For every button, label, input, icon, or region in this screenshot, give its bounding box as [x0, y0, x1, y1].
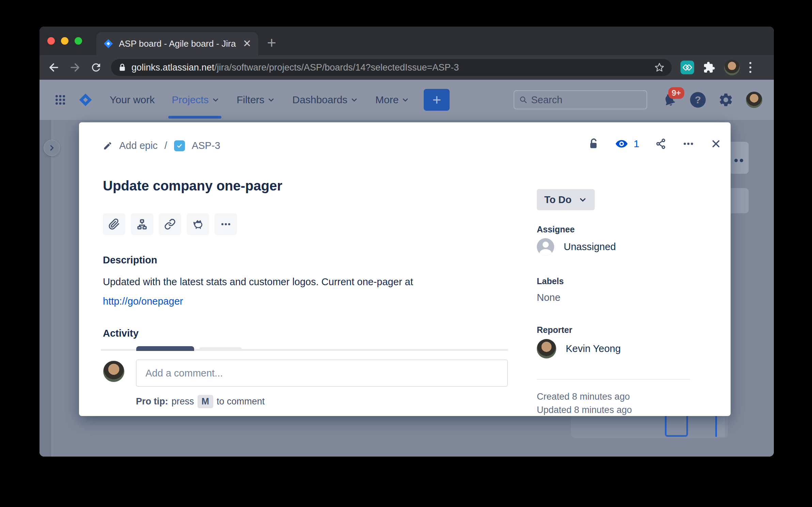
- link-icon: [164, 218, 176, 230]
- nav-dashboards[interactable]: Dashboards: [292, 94, 358, 106]
- issue-quick-actions: [103, 213, 237, 235]
- more-actions-icon[interactable]: [682, 138, 694, 150]
- browser-tab[interactable]: ASP board - Agile board - Jira ✕: [96, 32, 258, 55]
- window-zoom-button[interactable]: [75, 37, 82, 45]
- issue-key[interactable]: ASP-3: [192, 140, 220, 151]
- extensions-puzzle-icon[interactable]: [703, 61, 715, 74]
- sidebar-divider: [51, 120, 52, 457]
- projects-active-underline: [168, 116, 221, 119]
- jira-profile-avatar[interactable]: [746, 92, 762, 108]
- nav-filters[interactable]: Filters: [237, 94, 276, 106]
- jira-favicon-icon: [103, 39, 113, 49]
- labels-value[interactable]: None: [537, 292, 560, 303]
- piggy-bank-app-button[interactable]: [187, 213, 209, 235]
- breadcrumb: Add epic / ASP-3: [103, 140, 220, 151]
- chevron-down-icon: [578, 195, 587, 204]
- golinks-extension-icon[interactable]: [681, 61, 694, 74]
- activity-tab[interactable]: [199, 347, 242, 351]
- window-minimize-button[interactable]: [61, 37, 68, 45]
- paperclip-icon: [108, 218, 120, 230]
- chevron-down-icon: [212, 96, 220, 104]
- piggy-bank-icon: [192, 218, 204, 230]
- attach-button[interactable]: [103, 213, 125, 235]
- unassigned-avatar-icon: [537, 238, 554, 256]
- help-button[interactable]: ?: [690, 92, 706, 108]
- more-quick-actions-button[interactable]: [215, 213, 237, 235]
- subtasks-icon: [136, 218, 148, 230]
- window-close-button[interactable]: [47, 37, 55, 45]
- url-path: /jira/software/projects/ASP/boards/14?se…: [214, 62, 459, 73]
- notification-badge: 9+: [668, 87, 684, 99]
- task-type-icon[interactable]: [174, 140, 185, 151]
- watchers-count: 1: [634, 138, 639, 150]
- chevron-down-icon: [401, 96, 409, 104]
- watchers-eye-icon: [615, 137, 628, 150]
- nav-projects[interactable]: Projects: [172, 94, 219, 106]
- unlock-icon[interactable]: [588, 138, 599, 150]
- add-epic-link[interactable]: Add epic: [119, 140, 158, 151]
- reporter-value[interactable]: Kevin Yeong: [537, 339, 621, 358]
- watchers-button[interactable]: 1: [615, 137, 639, 150]
- status-dropdown[interactable]: To Do: [537, 189, 595, 210]
- labels-label: Labels: [537, 276, 564, 286]
- search-icon: [519, 95, 528, 105]
- create-issue-button[interactable]: +: [424, 89, 450, 111]
- jira-page: Your work Projects Filters Dashboards Mo…: [40, 80, 774, 457]
- activity-heading: Activity: [103, 328, 139, 339]
- issue-modal: Add epic / ASP-3 1: [79, 122, 731, 416]
- nav-more[interactable]: More: [375, 94, 409, 106]
- nav-your-work[interactable]: Your work: [110, 94, 155, 106]
- add-subtask-button[interactable]: [131, 213, 153, 235]
- assignee-label: Assignee: [537, 225, 575, 234]
- tab-close-icon[interactable]: ✕: [243, 39, 251, 49]
- tab-strip: ASP board - Agile board - Jira ✕ +: [40, 27, 774, 55]
- new-tab-button[interactable]: +: [267, 33, 276, 52]
- https-lock-icon: [118, 63, 127, 72]
- search-input[interactable]: [531, 94, 642, 106]
- link-issue-button[interactable]: [159, 213, 181, 235]
- panel-divider: [537, 379, 690, 380]
- url-text: golinks.atlassian.net/jira/software/proj…: [131, 62, 649, 73]
- comment-pro-tip: Pro tip: press M to comment: [136, 395, 265, 408]
- jira-logo-icon[interactable]: [78, 93, 93, 107]
- current-user-avatar: [103, 361, 124, 382]
- url-bar[interactable]: golinks.atlassian.net/jira/software/proj…: [111, 59, 672, 76]
- share-icon[interactable]: [655, 138, 667, 150]
- reload-icon[interactable]: [89, 61, 103, 74]
- issue-title[interactable]: Update company one-pager: [103, 178, 282, 194]
- browser-window: ASP board - Agile board - Jira ✕ + golin…: [40, 27, 774, 457]
- chevron-right-icon: [48, 144, 56, 152]
- sidebar-expand-button[interactable]: [44, 140, 60, 156]
- close-icon[interactable]: [710, 138, 722, 150]
- chevron-down-icon: [267, 96, 275, 104]
- settings-gear-icon[interactable]: [718, 92, 734, 108]
- sidebar-collapsed: [40, 120, 51, 457]
- updated-timestamp: Updated 8 minutes ago: [537, 405, 632, 415]
- chevron-down-icon: [350, 96, 358, 104]
- modal-actions: 1: [588, 137, 722, 150]
- global-search[interactable]: [514, 90, 647, 109]
- tab-title: ASP board - Agile board - Jira: [119, 39, 237, 49]
- created-timestamp: Created 8 minutes ago: [537, 391, 630, 402]
- description-link[interactable]: http://go/onepager: [103, 292, 498, 311]
- url-host: golinks.atlassian.net: [131, 62, 214, 73]
- description-text[interactable]: Updated with the latest stats and custom…: [103, 272, 498, 311]
- assignee-value[interactable]: Unassigned: [537, 238, 616, 256]
- pencil-icon[interactable]: [103, 141, 112, 151]
- comment-input[interactable]: [136, 359, 508, 387]
- reporter-avatar: [537, 339, 556, 358]
- app-switcher-grid-icon[interactable]: [54, 94, 66, 106]
- m-keycap: M: [198, 395, 214, 408]
- back-icon[interactable]: [47, 61, 61, 74]
- forward-icon[interactable]: [68, 61, 82, 74]
- chrome-profile-avatar[interactable]: [724, 60, 740, 75]
- activity-tab-selected[interactable]: [136, 346, 194, 351]
- more-icon: [220, 218, 232, 230]
- browser-toolbar: golinks.atlassian.net/jira/software/proj…: [40, 55, 774, 80]
- breadcrumb-separator: /: [165, 140, 167, 151]
- jira-navbar: Your work Projects Filters Dashboards Mo…: [40, 80, 774, 120]
- chrome-menu-icon[interactable]: [749, 62, 751, 73]
- notifications-button[interactable]: 9+: [662, 93, 676, 107]
- bookmark-star-icon[interactable]: [654, 62, 665, 73]
- description-heading: Description: [103, 255, 157, 266]
